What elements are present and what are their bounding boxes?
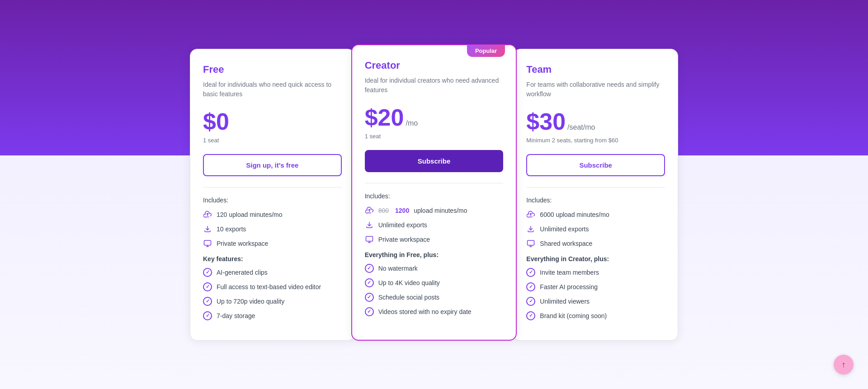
feature-upload-team: 6000 upload minutes/mo [526,210,665,219]
price-amount-team: $30 [526,110,566,133]
feature-workspace-text-team: Shared workspace [540,240,592,247]
export-icon-team [526,225,535,234]
key-feature-1-free: AI-generated clips [203,268,342,277]
check-icon-e3-creator [365,293,374,302]
upload-icon-team [526,210,535,219]
feature-export-text-team: Unlimited exports [540,225,589,233]
extra-feature-text-1-creator: No watermark [378,265,418,272]
extra-feature-1-creator: No watermark [365,264,504,273]
price-amount-free: $0 [203,110,229,133]
feature-workspace-free: Private workspace [203,239,342,248]
key-feature-text-2-free: Full access to text-based video editor [217,283,321,291]
everything-label-creator: Everything in Free, plus: [365,251,504,258]
feature-upload-creator: 800 1200 upload minutes/mo [365,206,504,215]
price-period-team: /seat/mo [567,123,595,131]
check-icon-e4-team [526,311,535,320]
upload-icon-free [203,210,212,219]
seat-info-team: Minimum 2 seats, starting from $60 [526,137,665,145]
check-icon-e3-team [526,297,535,306]
key-feature-text-4-free: 7-day storage [217,312,255,319]
divider-free [203,187,342,187]
extra-feature-text-4-creator: Videos stored with no expiry date [378,308,472,315]
check-icon-4-free [203,311,212,320]
price-row-creator: $20 /mo [365,106,504,129]
feature-export-team: Unlimited exports [526,225,665,234]
feature-export-text-free: 10 exports [217,225,246,233]
export-icon-free [203,225,212,234]
check-icon-2-free [203,282,212,291]
feature-export-free: 10 exports [203,225,342,234]
seat-info-creator: 1 seat [365,133,504,141]
pricing-container: Free Ideal for individuals who need quic… [190,49,678,341]
workspace-icon-free [203,239,212,248]
includes-label-free: Includes: [203,197,342,204]
plan-name-free: Free [203,64,342,75]
plan-description-team: For teams with collaborative needs and s… [526,80,665,99]
workspace-icon-creator [365,235,374,244]
price-row-free: $0 [203,110,342,133]
check-icon-e4-creator [365,307,374,316]
plan-name-team: Team [526,64,665,75]
extra-feature-text-2-creator: Up to 4K video quality [378,279,440,286]
extra-feature-text-2-team: Faster AI processing [540,283,598,291]
feature-workspace-team: Shared workspace [526,239,665,248]
includes-label-team: Includes: [526,197,665,204]
feature-upload-suffix-creator: upload minutes/mo [414,207,467,214]
feature-export-creator: Unlimited exports [365,220,504,230]
feature-workspace-text-creator: Private workspace [378,236,430,243]
check-icon-3-free [203,297,212,306]
extra-feature-4-creator: Videos stored with no expiry date [365,307,504,316]
check-icon-e1-creator [365,264,374,273]
feature-export-text-creator: Unlimited exports [378,221,427,229]
feature-upload-highlight-creator: 1200 [395,207,409,214]
extra-feature-text-1-team: Invite team members [540,269,599,276]
key-feature-text-3-free: Up to 720p video quality [217,298,284,305]
price-period-creator: /mo [406,119,418,127]
plan-card-creator: Popular Creator Ideal for individual cre… [351,44,517,341]
extra-feature-2-creator: Up to 4K video quality [365,278,504,287]
divider-creator [365,183,504,183]
scroll-top-button[interactable] [834,355,854,375]
svg-rect-9 [528,240,534,245]
extra-feature-text-4-team: Brand kit (coming soon) [540,312,607,319]
extra-feature-3-creator: Schedule social posts [365,293,504,302]
divider-team [526,187,665,187]
plan-description-creator: Ideal for individual creators who need a… [365,76,504,95]
key-feature-2-free: Full access to text-based video editor [203,282,342,291]
check-icon-e2-team [526,282,535,291]
key-feature-3-free: Up to 720p video quality [203,297,342,306]
check-icon-e2-creator [365,278,374,287]
plan-card-team: Team For teams with collaborative needs … [513,49,678,341]
key-feature-4-free: 7-day storage [203,311,342,320]
key-features-label-free: Key features: [203,255,342,262]
feature-upload-free: 120 upload minutes/mo [203,210,342,219]
cta-button-free[interactable]: Sign up, it's free [203,154,342,176]
feature-workspace-text-free: Private workspace [217,240,268,247]
key-feature-text-1-free: AI-generated clips [217,269,268,276]
upload-icon-creator [365,206,374,215]
feature-upload-strikethrough-creator: 800 [378,207,389,214]
workspace-icon-team [526,239,535,248]
popular-badge: Popular [467,45,505,57]
cta-button-creator[interactable]: Subscribe [365,150,504,172]
check-icon-1-free [203,268,212,277]
svg-rect-5 [366,236,373,241]
extra-feature-4-team: Brand kit (coming soon) [526,311,665,320]
check-icon-e1-team [526,268,535,277]
includes-label-creator: Includes: [365,192,504,200]
extra-feature-1-team: Invite team members [526,268,665,277]
feature-workspace-creator: Private workspace [365,235,504,244]
plan-description-free: Ideal for individuals who need quick acc… [203,80,342,99]
feature-upload-text-team: 6000 upload minutes/mo [540,211,609,218]
svg-rect-1 [204,240,211,245]
extra-feature-2-team: Faster AI processing [526,282,665,291]
seat-info-free: 1 seat [203,137,342,145]
extra-feature-text-3-team: Unlimited viewers [540,298,590,305]
export-icon-creator [365,220,374,230]
feature-upload-text-free: 120 upload minutes/mo [217,211,283,218]
everything-label-team: Everything in Creator, plus: [526,255,665,262]
cta-button-team[interactable]: Subscribe [526,154,665,176]
price-row-team: $30 /seat/mo [526,110,665,133]
plan-name-creator: Creator [365,60,504,71]
extra-feature-text-3-creator: Schedule social posts [378,294,439,301]
